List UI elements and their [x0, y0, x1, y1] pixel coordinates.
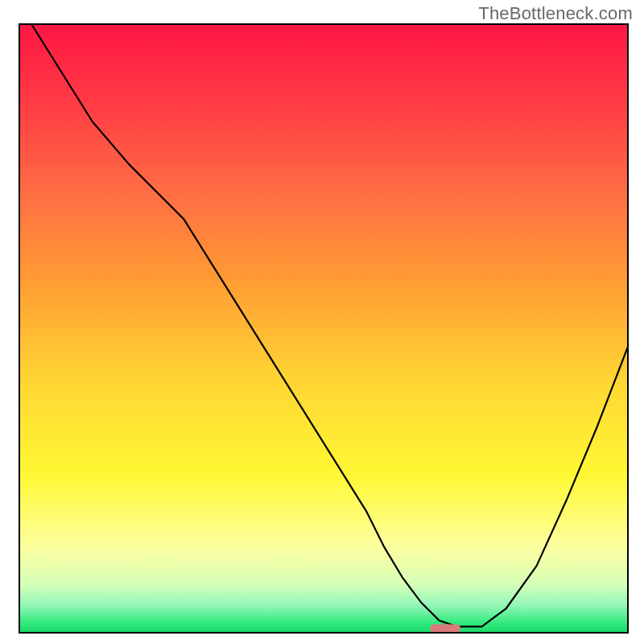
plot-background: [19, 24, 628, 633]
optimal-marker: [430, 624, 460, 633]
bottleneck-chart: [0, 0, 644, 644]
chart-container: TheBottleneck.com: [0, 0, 644, 644]
